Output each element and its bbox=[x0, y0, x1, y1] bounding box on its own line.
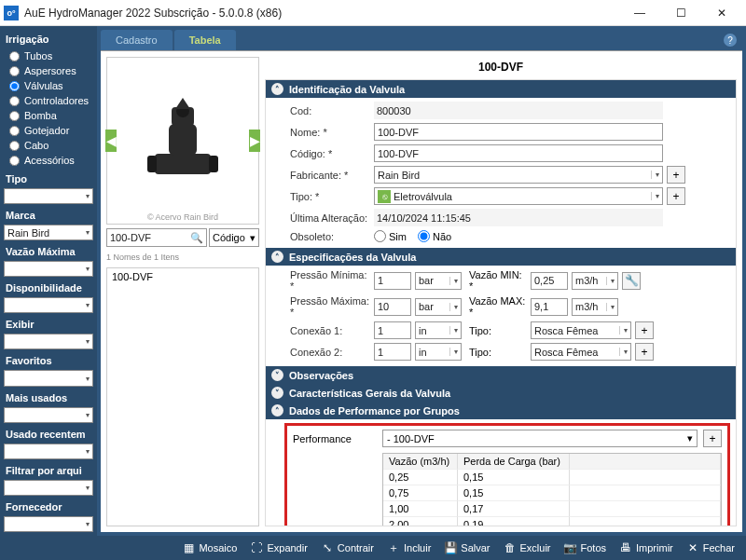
c1-tipo-label: Tipo: bbox=[465, 325, 527, 336]
sidebar-section-fav: Favoritos bbox=[4, 351, 93, 368]
tipo-add-button[interactable]: + bbox=[667, 187, 685, 205]
chevron-down-icon: ▾ bbox=[86, 520, 90, 528]
sidebar-radio-cabo[interactable]: Cabo bbox=[4, 138, 93, 153]
pmin-input[interactable]: 1 bbox=[374, 272, 411, 290]
vmax-unit-combo[interactable]: m3/h▾ bbox=[572, 298, 618, 316]
excluir-button[interactable]: 🗑Excluir bbox=[498, 539, 557, 557]
marca-combo[interactable]: Rain Bird▾ bbox=[4, 225, 93, 240]
tipo-combo[interactable]: ▾ bbox=[4, 188, 93, 204]
fab-add-button[interactable]: + bbox=[667, 166, 685, 184]
minimize-button[interactable]: — bbox=[619, 0, 660, 26]
fornec-combo[interactable]: ▾ bbox=[4, 516, 93, 532]
sidebar-radio-acessórios[interactable]: Acessórios bbox=[4, 153, 93, 168]
section-head-carac[interactable]: ˅Características Gerais da Valvula bbox=[266, 384, 736, 402]
vmin-unit-combo[interactable]: m3/h▾ bbox=[572, 272, 618, 290]
tab-tabela[interactable]: Tabela bbox=[174, 30, 236, 50]
vmin-input[interactable]: 0,25 bbox=[531, 272, 568, 290]
obsoleto-sim-radio[interactable]: Sim bbox=[374, 230, 407, 242]
tipo-label: Tipo: * bbox=[290, 191, 370, 202]
vmax-input[interactable]: 9,1 bbox=[531, 298, 568, 316]
sidebar-radio-aspersores[interactable]: Aspersores bbox=[4, 63, 93, 78]
tipo-combo[interactable]: ⎋Eletroválvula▾ bbox=[374, 187, 663, 205]
section-head-ident[interactable]: ˄Identificação da Valvula bbox=[266, 80, 736, 98]
sidebar-radio-válvulas[interactable]: Válvulas bbox=[4, 78, 93, 93]
c1-add-button[interactable]: + bbox=[635, 321, 654, 339]
close-button[interactable]: ✕ bbox=[701, 0, 742, 26]
mosaico-button[interactable]: ▦Mosaico bbox=[176, 539, 242, 557]
chevron-down-icon: ▾ bbox=[651, 192, 659, 200]
imprimir-button[interactable]: 🖶Imprimir bbox=[614, 539, 679, 557]
table-row[interactable]: 2,000,19 bbox=[383, 517, 721, 526]
recent-combo[interactable]: ▾ bbox=[4, 444, 93, 459]
c2-unit-combo[interactable]: in▾ bbox=[415, 343, 462, 361]
table-row[interactable]: 0,750,15 bbox=[383, 485, 721, 501]
sidebar-radio-gotejador[interactable]: Gotejador bbox=[4, 123, 93, 138]
section-title-carac: Características Gerais da Valvula bbox=[289, 388, 450, 399]
codigo-input[interactable]: 100-DVF bbox=[374, 144, 663, 162]
item-list[interactable]: 100-DVF bbox=[106, 267, 259, 526]
chevron-down-icon: ▾ bbox=[86, 447, 90, 456]
form-scroll[interactable]: ˄Identificação da Valvula Cod:800030 Nom… bbox=[265, 79, 737, 526]
search-input[interactable]: 100-DVF 🔍 bbox=[106, 228, 207, 247]
fab-combo[interactable]: Rain Bird▾ bbox=[374, 166, 663, 184]
nome-input[interactable]: 100-DVF bbox=[374, 123, 663, 141]
sidebar-section-marca: Marca bbox=[4, 206, 93, 223]
c1-tipo-combo[interactable]: Rosca Fêmea▾ bbox=[531, 321, 631, 339]
table-row[interactable]: 1,000,17 bbox=[383, 501, 721, 517]
exibir-combo[interactable]: ▾ bbox=[4, 334, 93, 349]
fav-combo[interactable]: ▾ bbox=[4, 370, 93, 386]
help-icon[interactable]: ? bbox=[724, 34, 737, 47]
expandir-button[interactable]: ⛶Expandir bbox=[244, 539, 312, 557]
c1-unit-combo[interactable]: in▾ bbox=[415, 321, 462, 339]
tab-cadastro[interactable]: Cadastro bbox=[101, 30, 173, 50]
c2-add-button[interactable]: + bbox=[635, 343, 654, 361]
chevron-down-icon: ▾ bbox=[449, 326, 458, 335]
c2-tipo-combo[interactable]: Rosca Fêmea▾ bbox=[531, 343, 631, 361]
maximize-button[interactable]: ☐ bbox=[660, 0, 701, 26]
perf-add-button[interactable]: + bbox=[703, 430, 722, 447]
pmax-input[interactable]: 10 bbox=[374, 298, 411, 316]
salvar-button[interactable]: 💾Salvar bbox=[438, 539, 495, 557]
most-combo[interactable]: ▾ bbox=[4, 407, 93, 423]
sidebar-section-tipo: Tipo bbox=[4, 170, 93, 186]
list-item[interactable]: 100-DVF bbox=[107, 268, 258, 285]
collapse-icon: ˄ bbox=[271, 251, 283, 263]
print-icon: 🖶 bbox=[619, 541, 632, 554]
image-next-button[interactable]: ▶ bbox=[249, 130, 260, 152]
perf-col-blank bbox=[570, 454, 721, 470]
nome-label: Nome: * bbox=[290, 127, 370, 138]
filter-combo[interactable]: ▾ bbox=[4, 480, 93, 496]
vazao-combo[interactable]: ▾ bbox=[4, 261, 93, 277]
disp-combo[interactable]: ▾ bbox=[4, 297, 93, 313]
chevron-down-icon: ▾ bbox=[86, 484, 90, 492]
fotos-button[interactable]: 📷Fotos bbox=[559, 539, 613, 557]
sidebar-radio-controladores[interactable]: Controladores bbox=[4, 93, 93, 108]
c1-input[interactable]: 1 bbox=[374, 321, 411, 339]
fechar-button[interactable]: ✕Fechar bbox=[681, 539, 740, 557]
cod-label: Cod: bbox=[290, 105, 370, 116]
image-prev-button[interactable]: ◀ bbox=[105, 130, 117, 152]
expand-icon: ⛶ bbox=[250, 541, 263, 554]
pmax-unit-combo[interactable]: bar▾ bbox=[415, 298, 462, 316]
chevron-down-icon: ▾ bbox=[449, 277, 458, 285]
vazao-tool-button[interactable]: 🔧 bbox=[622, 272, 641, 290]
search-icon[interactable]: 🔍 bbox=[190, 232, 203, 244]
section-head-obs[interactable]: ˅Observações bbox=[266, 366, 736, 384]
section-head-perf[interactable]: ˄Dados de Performance por Grupos bbox=[266, 402, 736, 419]
obsoleto-nao-radio[interactable]: Não bbox=[418, 230, 451, 242]
section-head-spec[interactable]: ˄Especificações da Valvula bbox=[266, 248, 736, 266]
pmin-unit-combo[interactable]: bar▾ bbox=[415, 272, 462, 290]
table-row[interactable]: 0,250,15 bbox=[383, 470, 721, 485]
perf-select[interactable]: - 100-DVF▾ bbox=[382, 430, 698, 447]
expand-icon: ˅ bbox=[271, 387, 283, 399]
c2-input[interactable]: 1 bbox=[374, 343, 411, 361]
search-mode-combo[interactable]: Código▾ bbox=[209, 228, 259, 247]
contrair-button[interactable]: ⤡Contrair bbox=[315, 539, 380, 557]
sidebar-radio-bomba[interactable]: Bomba bbox=[4, 108, 93, 123]
mosaic-icon: ▦ bbox=[182, 541, 195, 554]
sidebar-section-irrigacao: Irrigação bbox=[4, 30, 93, 47]
close-icon: ✕ bbox=[686, 541, 699, 554]
incluir-button[interactable]: ＋Incluir bbox=[381, 539, 436, 557]
sidebar-radio-tubos[interactable]: Tubos bbox=[4, 48, 93, 63]
sidebar-section-most: Mais usados bbox=[4, 389, 93, 405]
